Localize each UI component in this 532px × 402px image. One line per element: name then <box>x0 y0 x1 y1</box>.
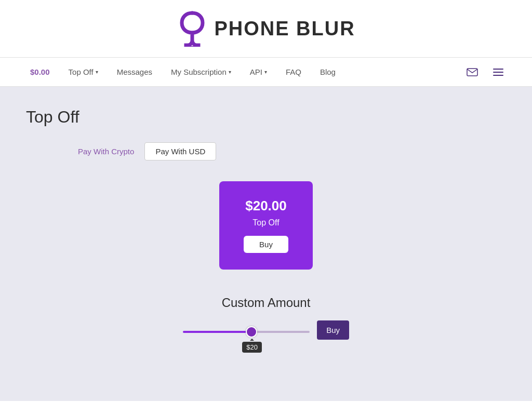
envelope-icon[interactable] <box>459 68 485 76</box>
chevron-down-icon: ▾ <box>96 69 98 75</box>
header: PHONE BLUR <box>0 0 532 58</box>
nav-balance[interactable]: $0.00 <box>21 58 59 86</box>
product-label: Top Off <box>252 218 279 227</box>
slider-row: $20 Buy <box>183 320 349 340</box>
pay-with-crypto-button[interactable]: Pay With Crypto <box>68 143 144 160</box>
nav-item-topoff[interactable]: Top Off ▾ <box>59 58 108 86</box>
page-title: Top Off <box>26 108 506 127</box>
logo-icon <box>177 10 208 47</box>
custom-buy-button[interactable]: Buy <box>317 320 349 340</box>
pay-with-usd-button[interactable]: Pay With USD <box>144 142 216 160</box>
nav-item-messages[interactable]: Messages <box>108 58 162 86</box>
amount-slider[interactable] <box>183 331 310 333</box>
chevron-down-icon-3: ▾ <box>264 69 267 75</box>
logo-text: PHONE BLUR <box>214 18 355 40</box>
main-content: Top Off Pay With Crypto Pay With USD $20… <box>0 87 532 401</box>
nav-topoff-label: Top Off <box>69 68 94 76</box>
custom-amount-title: Custom Amount <box>222 296 311 310</box>
chevron-down-icon-2: ▾ <box>229 69 231 75</box>
nav-subscription-label: My Subscription <box>171 68 227 76</box>
slider-tooltip: $20 <box>242 342 262 353</box>
svg-rect-0 <box>467 69 477 76</box>
card-container: $20.00 Top Off Buy <box>26 181 506 270</box>
product-price: $20.00 <box>245 198 287 214</box>
custom-amount-section: Custom Amount $20 Buy <box>26 296 506 340</box>
logo: PHONE BLUR <box>177 10 355 47</box>
nav-item-faq[interactable]: FAQ <box>276 58 311 86</box>
nav-item-blog[interactable]: Blog <box>311 58 345 86</box>
nav: $0.00 Top Off ▾ Messages My Subscription… <box>0 58 532 87</box>
product-buy-button[interactable]: Buy <box>244 236 288 253</box>
slider-wrapper: $20 <box>183 326 310 335</box>
nav-blog-label: Blog <box>320 68 336 76</box>
nav-item-api[interactable]: API ▾ <box>241 58 276 86</box>
pay-toggle: Pay With Crypto Pay With USD <box>68 142 506 160</box>
nav-item-subscription[interactable]: My Subscription ▾ <box>162 58 241 86</box>
nav-messages-label: Messages <box>117 68 152 76</box>
hamburger-icon[interactable] <box>485 68 511 76</box>
product-card: $20.00 Top Off Buy <box>219 181 313 270</box>
nav-api-label: API <box>250 68 262 76</box>
nav-faq-label: FAQ <box>286 68 301 76</box>
